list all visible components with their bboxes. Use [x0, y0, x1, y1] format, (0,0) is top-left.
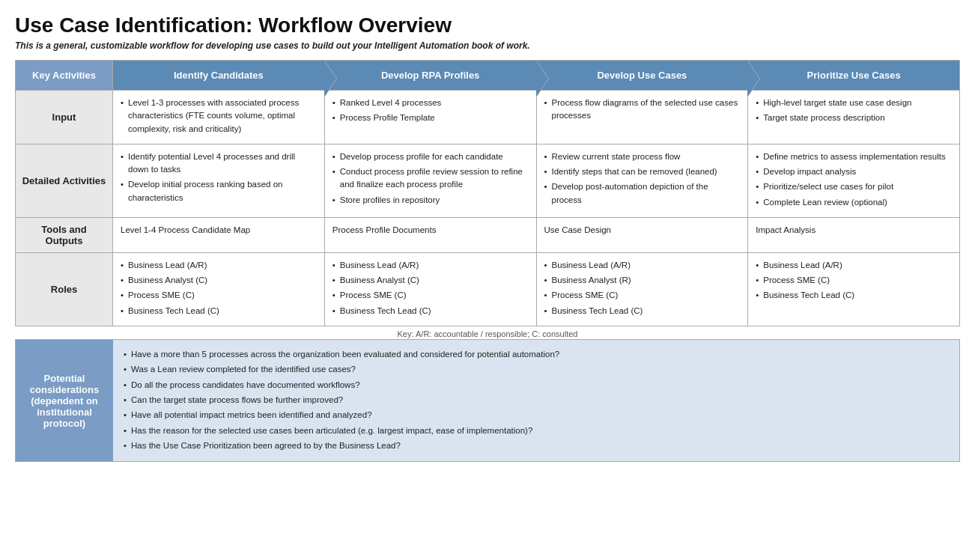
roles-label: Roles — [16, 253, 113, 326]
tools-outputs-cell-4: Impact Analysis — [748, 218, 959, 252]
detailed-activities-cell-3: Review current state process flow Identi… — [537, 144, 749, 217]
input-list-3: Process flow diagrams of the selected us… — [544, 97, 741, 123]
roles-list-1: Business Lead (A/R) Business Analyst (C)… — [121, 259, 317, 317]
tools-outputs-data-cells: Level 1-4 Process Candidate Map Process … — [113, 218, 959, 252]
list-item: Business Analyst (R) — [544, 274, 741, 287]
detailed-activities-list-3: Review current state process flow Identi… — [544, 150, 741, 207]
list-item: Identify steps that can be removed (lean… — [544, 165, 741, 178]
tools-outputs-label: Tools and Outputs — [16, 218, 113, 252]
header-prioritize-use-cases: Prioritize Use Cases — [748, 61, 959, 90]
list-item: Business Tech Lead (C) — [332, 305, 529, 317]
list-item: Business Analyst (C) — [121, 274, 317, 287]
list-item: Complete Lean review (optional) — [756, 196, 952, 209]
header-row: Key Activities Identify Candidates Devel… — [16, 61, 959, 91]
roles-cell-1: Business Lead (A/R) Business Analyst (C)… — [113, 253, 325, 326]
list-item: Was a Lean review completed for the iden… — [124, 362, 949, 376]
list-item: Process SME (C) — [756, 274, 952, 287]
list-item: Review current state process flow — [544, 150, 741, 163]
header-identify-candidates: Identify Candidates — [113, 61, 325, 90]
list-item: Have a more than 5 processes across the … — [124, 347, 949, 361]
considerations-content: Have a more than 5 processes across the … — [113, 340, 959, 462]
tools-outputs-cell-3: Use Case Design — [537, 218, 749, 252]
page-title: Use Case Identification: Workflow Overvi… — [15, 13, 960, 37]
roles-cell-2: Business Lead (A/R) Business Analyst (C)… — [325, 253, 537, 326]
list-item: Develop process profile for each candida… — [332, 150, 529, 163]
page: Use Case Identification: Workflow Overvi… — [0, 0, 975, 469]
roles-list-2: Business Lead (A/R) Business Analyst (C)… — [332, 259, 529, 317]
detailed-activities-row: Detailed Activities Identify potential L… — [16, 144, 959, 218]
roles-cell-3: Business Lead (A/R) Business Analyst (R)… — [537, 253, 749, 326]
list-item: Prioritize/select use cases for pilot — [756, 180, 952, 193]
roles-row: Roles Business Lead (A/R) Business Analy… — [16, 253, 959, 326]
list-item: Process SME (C) — [121, 289, 317, 302]
list-item: Business Tech Lead (C) — [756, 289, 952, 302]
input-row: Input Level 1-3 processes with associate… — [16, 91, 959, 144]
list-item: Develop initial process ranking based on… — [121, 178, 317, 204]
input-cell-1: Level 1-3 processes with associated proc… — [113, 91, 325, 144]
detailed-activities-list-1: Identify potential Level 4 processes and… — [121, 150, 317, 204]
input-cell-3: Process flow diagrams of the selected us… — [537, 91, 749, 144]
list-item: Business Tech Lead (C) — [121, 305, 317, 317]
input-cell-4: High-level target state use case design … — [748, 91, 959, 144]
detailed-activities-label: Detailed Activities — [16, 144, 113, 217]
input-data-cells: Level 1-3 processes with associated proc… — [113, 91, 959, 144]
list-item: Store profiles in repository — [332, 194, 529, 207]
list-item: Have all potential impact metrics been i… — [124, 408, 949, 421]
detailed-activities-cell-2: Develop process profile for each candida… — [325, 144, 537, 217]
detailed-activities-data-cells: Identify potential Level 4 processes and… — [113, 144, 959, 217]
key-note: Key: A/R: accountable / responsible; C: … — [15, 326, 960, 340]
considerations-list: Have a more than 5 processes across the … — [124, 347, 949, 453]
list-item: High-level target state use case design — [756, 97, 952, 109]
tools-outputs-row: Tools and Outputs Level 1-4 Process Cand… — [16, 218, 959, 253]
list-item: Conduct process profile review session t… — [332, 165, 529, 192]
tools-outputs-cell-2: Process Profile Documents — [325, 218, 537, 252]
roles-data-cells: Business Lead (A/R) Business Analyst (C)… — [113, 253, 959, 326]
list-item: Process flow diagrams of the selected us… — [544, 97, 741, 123]
list-item: Process SME (C) — [544, 289, 741, 302]
header-develop-use-cases: Develop Use Cases — [537, 61, 749, 90]
list-item: Develop impact analysis — [756, 165, 952, 178]
list-item: Can the target state process flows be fu… — [124, 393, 949, 407]
list-item: Has the Use Case Prioritization been agr… — [124, 439, 949, 452]
considerations-section: Potential considerations (dependent on i… — [15, 339, 960, 463]
header-develop-rpa-profiles: Develop RPA Profiles — [325, 61, 537, 90]
list-item: Business Lead (A/R) — [756, 259, 952, 272]
detailed-activities-cell-1: Identify potential Level 4 processes and… — [113, 144, 325, 217]
input-list-2: Ranked Level 4 processes Process Profile… — [332, 97, 529, 125]
tools-outputs-cell-1: Level 1-4 Process Candidate Map — [113, 218, 325, 252]
roles-list-3: Business Lead (A/R) Business Analyst (R)… — [544, 259, 741, 317]
detailed-activities-list-2: Develop process profile for each candida… — [332, 150, 529, 207]
input-list-1: Level 1-3 processes with associated proc… — [121, 97, 317, 136]
roles-cell-4: Business Lead (A/R) Process SME (C) Busi… — [748, 253, 959, 326]
subtitle: This is a general, customizable workflow… — [15, 40, 960, 51]
arrows-wrapper: Identify Candidates Develop RPA Profiles… — [113, 61, 959, 90]
detailed-activities-cell-4: Define metrics to assess implementation … — [748, 144, 959, 217]
roles-list-4: Business Lead (A/R) Process SME (C) Busi… — [756, 259, 952, 302]
list-item: Define metrics to assess implementation … — [756, 150, 952, 163]
list-item: Process SME (C) — [332, 289, 529, 302]
list-item: Develop post-automation depiction of the… — [544, 180, 741, 207]
list-item: Business Analyst (C) — [332, 274, 529, 287]
list-item: Target state process description — [756, 112, 952, 124]
list-item: Level 1-3 processes with associated proc… — [121, 97, 317, 136]
workflow-table: Key Activities Identify Candidates Devel… — [15, 60, 960, 326]
detailed-activities-list-4: Define metrics to assess implementation … — [756, 150, 952, 209]
list-item: Business Tech Lead (C) — [544, 305, 741, 317]
key-activities-header: Key Activities — [16, 61, 113, 90]
input-label: Input — [16, 91, 113, 144]
list-item: Business Lead (A/R) — [121, 259, 317, 272]
input-cell-2: Ranked Level 4 processes Process Profile… — [325, 91, 537, 144]
considerations-label: Potential considerations (dependent on i… — [16, 340, 113, 462]
list-item: Do all the process candidates have docum… — [124, 378, 949, 392]
input-list-4: High-level target state use case design … — [756, 97, 952, 125]
list-item: Ranked Level 4 processes — [332, 97, 529, 109]
list-item: Identify potential Level 4 processes and… — [121, 150, 317, 177]
list-item: Process Profile Template — [332, 112, 529, 124]
list-item: Has the reason for the selected use case… — [124, 424, 949, 437]
list-item: Business Lead (A/R) — [544, 259, 741, 272]
list-item: Business Lead (A/R) — [332, 259, 529, 272]
